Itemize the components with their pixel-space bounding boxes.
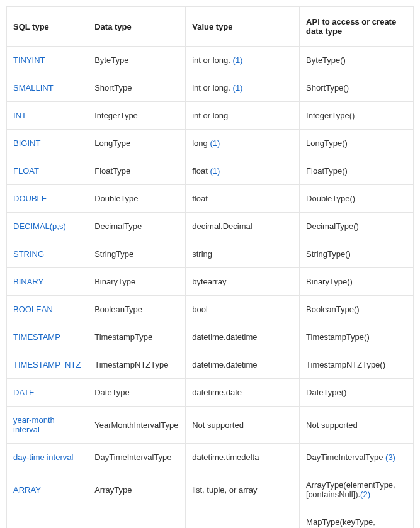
table-row: BIGINTLongTypelong (1)LongType() [7,130,414,157]
sql-type-link[interactable]: DATE [13,388,35,397]
sql-type-link[interactable]: BINARY [13,277,43,286]
cell-api: FloatType() [300,157,414,185]
sql-type-link[interactable]: TIMESTAMP [13,332,60,342]
api-text: IntegerType() [306,111,355,120]
api-text: Not supported [306,420,358,430]
cell-sql-type: SMALLINT [7,74,88,102]
api-text: DoubleType() [306,194,355,203]
value-type-footnote-link[interactable]: (1) [233,83,243,93]
cell-data-type: TimestampType [88,323,186,351]
cell-value-type: list, tuple, or array [186,471,300,508]
table-row: FLOATFloatTypefloat (1)FloatType() [7,157,414,185]
sql-type-link[interactable]: SMALLINT [13,83,54,93]
cell-api: Not supported [300,407,414,444]
cell-data-type: ByteType [88,47,186,74]
cell-api: IntegerType() [300,102,414,130]
sql-type-link[interactable]: BIGINT [13,138,40,148]
cell-sql-type: INT [7,102,88,130]
table-row: INTIntegerTypeint or longIntegerType() [7,102,414,130]
value-type-text: datetime.date [192,388,242,397]
col-header-data-type: Data type [88,7,186,47]
table-row: DATEDateTypedatetime.dateDateType() [7,379,414,407]
cell-data-type: ArrayType [88,471,186,508]
col-header-value-type: Value type [186,7,300,47]
cell-sql-type: MAP [7,508,88,529]
table-row: TIMESTAMP_NTZTimestampNTZTypedatetime.da… [7,351,414,379]
sql-type-link[interactable]: BOOLEAN [13,305,53,314]
sql-type-link[interactable]: DOUBLE [13,194,47,203]
api-footnote-link[interactable]: (3) [385,452,395,462]
api-footnote-link[interactable]: (2) [360,490,370,499]
table-header-row: SQL type Data type Value type API to acc… [7,7,414,47]
cell-api: TimestampNTZType() [300,351,414,379]
col-header-api: API to access or create data type [300,7,414,47]
value-type-text: decimal.Decimal [192,222,252,231]
sql-type-link[interactable]: year-month interval [13,415,55,434]
value-type-text: datetime.datetime [192,332,257,342]
cell-data-type: YearMonthIntervalType [88,407,186,444]
cell-data-type: IntegerType [88,102,186,130]
sql-type-link[interactable]: STRING [13,249,44,259]
table-row: year-month intervalYearMonthIntervalType… [7,407,414,444]
sql-type-link[interactable]: FLOAT [13,166,39,176]
value-type-text: int or long. [192,83,232,93]
cell-value-type: datetime.date [186,379,300,407]
cell-data-type: DecimalType [88,213,186,240]
table-row: ARRAYArrayTypelist, tuple, or arrayArray… [7,471,414,508]
cell-api: BinaryType() [300,268,414,296]
cell-sql-type: BIGINT [7,130,88,157]
cell-value-type: datetime.datetime [186,323,300,351]
table-row: STRINGStringTypestringStringType() [7,240,414,268]
table-row: DOUBLEDoubleTypefloatDoubleType() [7,185,414,213]
value-type-text: Not supported [192,420,244,430]
cell-sql-type: DATE [7,379,88,407]
cell-api: MapType(keyType, valueType, [valueContai… [300,508,414,529]
sql-type-link[interactable]: TIMESTAMP_NTZ [13,360,81,369]
value-type-text: float [192,166,210,176]
cell-value-type: int or long. (1) [186,47,300,74]
cell-data-type: DoubleType [88,185,186,213]
api-text: TimestampNTZType() [306,360,385,369]
value-type-text: datetime.timedelta [192,452,259,462]
value-type-footnote-link[interactable]: (1) [210,138,220,148]
table-row: MAPMapTypedictMapType(keyType, valueType… [7,508,414,529]
cell-sql-type: ARRAY [7,471,88,508]
cell-value-type: dict [186,508,300,529]
table-row: SMALLINTShortTypeint or long. (1)ShortTy… [7,74,414,102]
table-row: BOOLEANBooleanTypeboolBooleanType() [7,296,414,323]
cell-api: ArrayType(elementType, [containsNull]).(… [300,471,414,508]
cell-api: DecimalType() [300,213,414,240]
cell-api: DateType() [300,379,414,407]
cell-data-type: DateType [88,379,186,407]
cell-api: DayTimeIntervalType (3) [300,444,414,471]
cell-sql-type: BINARY [7,268,88,296]
cell-data-type: StringType [88,240,186,268]
sql-type-link[interactable]: day-time interval [13,452,73,462]
value-type-text: float [192,194,208,203]
cell-data-type: BooleanType [88,296,186,323]
api-text: DecimalType() [306,222,359,231]
cell-data-type: DayTimeIntervalType [88,444,186,471]
cell-value-type: datetime.timedelta [186,444,300,471]
table-row: TIMESTAMPTimestampTypedatetime.datetimeT… [7,323,414,351]
value-type-footnote-link[interactable]: (1) [210,166,220,176]
cell-api: LongType() [300,130,414,157]
cell-value-type: int or long [186,102,300,130]
sql-type-link[interactable]: TINYINT [13,55,45,65]
cell-data-type: TimestampNTZType [88,351,186,379]
sql-type-link[interactable]: DECIMAL(p,s) [13,222,66,231]
cell-value-type: int or long. (1) [186,74,300,102]
table-row: day-time intervalDayTimeIntervalTypedate… [7,444,414,471]
value-type-text: int or long. [192,55,232,65]
cell-value-type: bool [186,296,300,323]
sql-type-link[interactable]: INT [13,111,26,120]
sql-type-link[interactable]: ARRAY [13,485,41,495]
cell-sql-type: TIMESTAMP [7,323,88,351]
cell-value-type: datetime.datetime [186,351,300,379]
cell-value-type: bytearray [186,268,300,296]
col-header-sql-type: SQL type [7,7,88,47]
cell-data-type: BinaryType [88,268,186,296]
value-type-footnote-link[interactable]: (1) [233,55,243,65]
value-type-text: bytearray [192,277,226,286]
value-type-text: datetime.datetime [192,360,257,369]
